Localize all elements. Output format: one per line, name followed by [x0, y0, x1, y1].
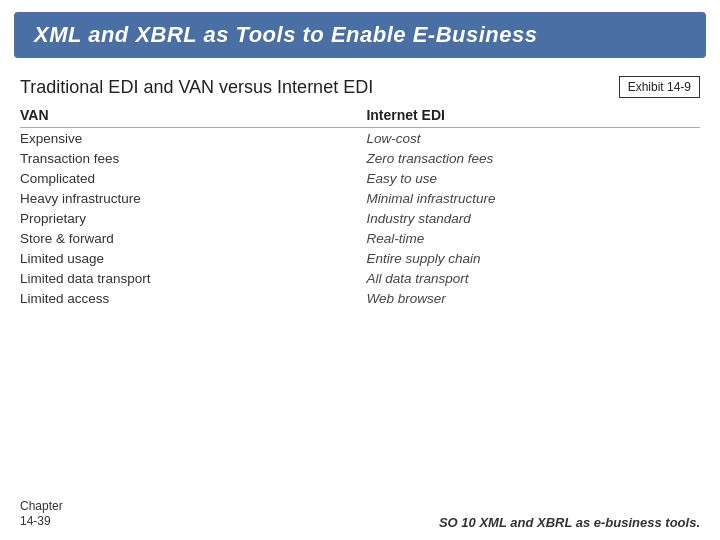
- van-cell: Complicated: [20, 168, 346, 188]
- table-row: Limited data transportAll data transport: [20, 268, 700, 288]
- table-row: Heavy infrastructureMinimal infrastructu…: [20, 188, 700, 208]
- table-area: VAN Internet EDI ExpensiveLow-costTransa…: [0, 104, 720, 308]
- internet-cell: All data transport: [346, 268, 700, 288]
- page-title: XML and XBRL as Tools to Enable E-Busine…: [34, 22, 686, 48]
- col2-header: Internet EDI: [346, 104, 700, 128]
- comparison-table: VAN Internet EDI ExpensiveLow-costTransa…: [20, 104, 700, 308]
- table-row: Transaction feesZero transaction fees: [20, 148, 700, 168]
- subtitle-row: Traditional EDI and VAN versus Internet …: [0, 68, 720, 104]
- table-row: Limited usageEntire supply chain: [20, 248, 700, 268]
- van-cell: Limited data transport: [20, 268, 346, 288]
- van-cell: Transaction fees: [20, 148, 346, 168]
- exhibit-badge: Exhibit 14-9: [619, 76, 700, 98]
- van-cell: Expensive: [20, 128, 346, 149]
- internet-cell: Minimal infrastructure: [346, 188, 700, 208]
- internet-cell: Low-cost: [346, 128, 700, 149]
- table-row: ProprietaryIndustry standard: [20, 208, 700, 228]
- internet-cell: Zero transaction fees: [346, 148, 700, 168]
- table-row: Store & forwardReal-time: [20, 228, 700, 248]
- van-cell: Limited access: [20, 288, 346, 308]
- internet-cell: Web browser: [346, 288, 700, 308]
- header-banner: XML and XBRL as Tools to Enable E-Busine…: [14, 12, 706, 58]
- col1-header: VAN: [20, 104, 346, 128]
- internet-cell: Real-time: [346, 228, 700, 248]
- table-row: Limited accessWeb browser: [20, 288, 700, 308]
- subtitle: Traditional EDI and VAN versus Internet …: [20, 77, 373, 98]
- internet-cell: Industry standard: [346, 208, 700, 228]
- table-header-row: VAN Internet EDI: [20, 104, 700, 128]
- van-cell: Heavy infrastructure: [20, 188, 346, 208]
- table-row: ComplicatedEasy to use: [20, 168, 700, 188]
- van-cell: Proprietary: [20, 208, 346, 228]
- table-row: ExpensiveLow-cost: [20, 128, 700, 149]
- chapter-label: Chapter 14-39: [20, 499, 63, 530]
- footer-title: SO 10 XML and XBRL as e-business tools.: [439, 515, 700, 530]
- footer: Chapter 14-39 SO 10 XML and XBRL as e-bu…: [0, 499, 720, 530]
- van-cell: Limited usage: [20, 248, 346, 268]
- internet-cell: Easy to use: [346, 168, 700, 188]
- van-cell: Store & forward: [20, 228, 346, 248]
- chapter-line1: Chapter: [20, 499, 63, 513]
- internet-cell: Entire supply chain: [346, 248, 700, 268]
- chapter-line2: 14-39: [20, 514, 51, 528]
